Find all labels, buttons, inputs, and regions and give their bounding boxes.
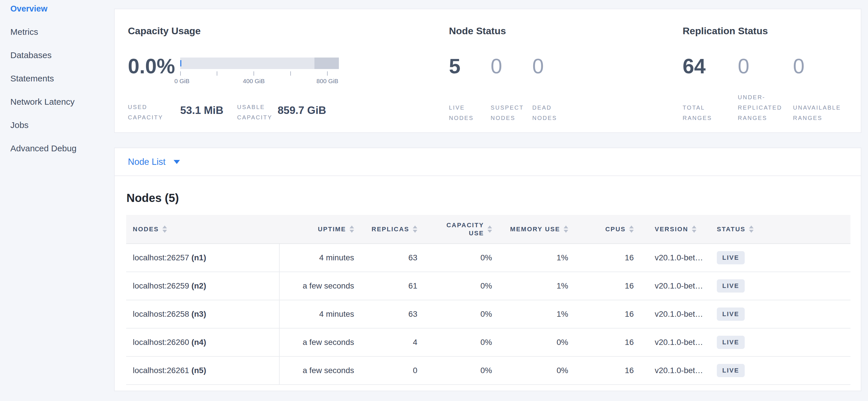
table-row[interactable]: localhost:26260 (n4) a few seconds 4 0% … [126,328,850,356]
column-header-version[interactable]: VERSION [645,215,708,244]
node-address: localhost:26258 [133,310,189,318]
version-cell: v20.1.0-bet… [645,244,708,272]
column-label: MEMORY USE [510,226,560,233]
unavailable-ranges-label: UNAVAILABLE RANGES [793,103,843,123]
axis-label-400: 400 GiB [243,78,265,85]
sidebar-item-network-latency[interactable]: Network Latency [10,97,114,106]
column-header-memory-use[interactable]: MEMORY USE [503,215,580,244]
axis-tick [217,71,217,76]
sort-icon [692,226,696,233]
table-header-row: NODES UPTIME REPLICAS CAPACITY USE MEMOR… [126,215,850,244]
column-label: REPLICAS [372,226,409,233]
column-label: CPUS [605,226,626,233]
replication-status-title: Replication Status [683,25,768,36]
unavailable-ranges-value: 0 [793,55,848,77]
uptime-cell: a few seconds [279,328,366,356]
table-row[interactable]: localhost:26259 (n2) a few seconds 61 0%… [126,272,850,300]
sidebar-item-metrics[interactable]: Metrics [10,28,114,36]
replicas-cell: 61 [366,272,429,300]
capacity-use-cell: 0% [429,272,503,300]
usable-capacity-label: USABLE CAPACITY [237,102,280,122]
node-status-section: Node Status 5 LIVE NODES 0 SUSPECT NODES… [449,9,673,132]
replicas-cell: 4 [366,328,429,356]
sort-icon [749,226,754,233]
axis-tick [180,71,181,76]
status-badge: LIVE [717,336,745,349]
uptime-cell: a few seconds [279,272,366,300]
replicas-cell: 63 [366,244,429,272]
dead-nodes-stat: 0 DEAD NODES [532,55,574,123]
capacity-bar-track [180,58,339,69]
memory-use-cell: 1% [503,272,580,300]
cpus-cell: 16 [580,356,645,384]
dead-nodes-value: 0 [532,55,574,77]
column-header-capacity-use[interactable]: CAPACITY USE [429,215,503,244]
status-badge: LIVE [717,279,745,292]
replicas-cell: 0 [366,356,429,384]
column-header-uptime[interactable]: UPTIME [279,215,366,244]
nodes-table: NODES UPTIME REPLICAS CAPACITY USE MEMOR… [126,215,849,385]
axis-label-0: 0 GiB [175,78,190,85]
cpus-cell: 16 [580,244,645,272]
sidebar-item-overview[interactable]: Overview [10,4,114,13]
axis-tick [290,71,291,76]
axis-tick [253,71,254,76]
capacity-use-cell: 0% [429,244,503,272]
column-label: CAPACITY USE [445,221,484,237]
node-address: localhost:26259 [133,281,189,290]
column-label: NODES [133,226,159,233]
dead-nodes-label: DEAD NODES [532,103,570,123]
column-header-nodes[interactable]: NODES [126,215,279,244]
version-cell: v20.1.0-bet… [645,272,708,300]
column-label: VERSION [655,226,688,233]
sidebar-item-jobs[interactable]: Jobs [10,121,114,130]
suspect-nodes-label: SUSPECT NODES [491,103,528,123]
sort-icon [629,226,634,233]
total-ranges-stat: 64 TOTAL RANGES [683,55,738,123]
node-id: (n2) [191,281,206,290]
nodes-table-title: Nodes (5) [126,192,861,204]
memory-use-cell: 1% [503,300,580,328]
cpus-cell: 16 [580,300,645,328]
cpus-cell: 16 [580,272,645,300]
version-cell: v20.1.0-bet… [645,356,708,384]
uptime-cell: 4 minutes [279,244,366,272]
memory-use-cell: 0% [503,356,580,384]
version-cell: v20.1.0-bet… [645,328,708,356]
node-id: (n4) [191,338,206,347]
version-cell: v20.1.0-bet… [645,300,708,328]
node-address: localhost:26257 [133,253,189,262]
chevron-down-icon [174,160,180,164]
capacity-usage-section: Capacity Usage 0.0% 0 GiB 400 GiB 800 Gi… [128,9,444,132]
node-status-title: Node Status [449,25,506,36]
sidebar-item-advanced-debug[interactable]: Advanced Debug [10,144,114,153]
status-badge: LIVE [717,251,745,264]
sidebar-item-statements[interactable]: Statements [10,74,114,83]
uptime-cell: a few seconds [279,356,366,384]
table-row[interactable]: localhost:26258 (n3) 4 minutes 63 0% 1% … [126,300,850,328]
column-header-replicas[interactable]: REPLICAS [366,215,429,244]
status-badge: LIVE [717,364,745,377]
column-header-cpus[interactable]: CPUS [580,215,645,244]
sort-icon [162,226,167,233]
sort-icon [413,226,417,233]
capacity-percent: 0.0% [128,55,175,77]
capacity-use-cell: 0% [429,328,503,356]
used-capacity-value: 53.1 MiB [180,104,223,117]
column-label: UPTIME [318,226,346,233]
node-list-selector-label: Node List [128,157,165,167]
live-nodes-label: LIVE NODES [449,103,486,123]
node-address: localhost:26261 [133,366,189,375]
sort-icon [564,226,568,233]
sidebar-item-databases[interactable]: Databases [10,51,114,60]
column-header-status[interactable]: STATUS [708,215,850,244]
suspect-nodes-stat: 0 SUSPECT NODES [491,55,532,123]
node-list-selector[interactable]: Node List [115,148,861,176]
capacity-bar-axis: 0 GiB 400 GiB 800 GiB [180,69,339,86]
replicas-cell: 63 [366,300,429,328]
table-row[interactable]: localhost:26261 (n5) a few seconds 0 0% … [126,356,850,384]
memory-use-cell: 0% [503,328,580,356]
table-row[interactable]: localhost:26257 (n1) 4 minutes 63 0% 1% … [126,244,850,272]
node-address: localhost:26260 [133,338,189,347]
used-capacity-label: USED CAPACITY [128,102,171,122]
